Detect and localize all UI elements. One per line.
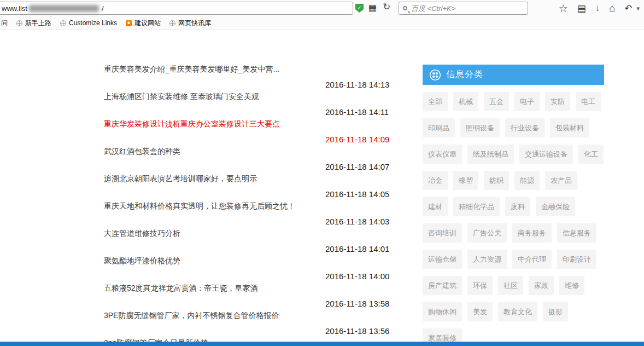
category-button[interactable]: 仪表仪器 — [423, 145, 462, 164]
bookmark-item[interactable]: Customize Links — [60, 19, 117, 27]
article-title-link[interactable]: 重庆华发装修设计浅析重庆办公室装修设计三大要点 — [104, 119, 280, 129]
article-row: 重庆华发装修设计浅析重庆办公室装修设计三大要点 2016-11-18 14:09 — [104, 116, 410, 143]
category-button[interactable]: 购物休闲 — [423, 302, 462, 321]
sidebar-header: 信息分类 — [423, 65, 604, 85]
browser-toolbar: www.list / ✓ ▦ ↻ ☆ ▤ ↓ ⌂ ↶ ▾ — [0, 0, 644, 16]
category-button[interactable]: 电工 — [576, 92, 601, 111]
category-button[interactable]: 咨询培训 — [423, 223, 462, 243]
url-redaction-blur — [29, 5, 99, 12]
sidebar-title: 信息分类 — [446, 69, 483, 80]
category-button[interactable]: 能源 — [514, 171, 540, 190]
category-button[interactable]: 橡塑 — [453, 171, 478, 190]
article-timestamp: 2016-11-18 14:05 — [325, 189, 389, 199]
home-icon[interactable]: ⌂ — [609, 3, 615, 14]
qr-code-icon[interactable]: ▦ — [368, 3, 377, 12]
search-input[interactable] — [411, 4, 515, 13]
bookmark-item[interactable]: 新手上路 — [16, 19, 51, 28]
article-timestamp: 2016-11-18 14:11 — [325, 107, 389, 117]
bookmark-label: Customize Links — [69, 19, 117, 27]
article-timestamp: 2016-11-18 14:00 — [325, 272, 389, 281]
category-button[interactable]: 信息服务 — [557, 223, 596, 243]
category-button[interactable]: 纸及纸制品 — [467, 145, 514, 164]
category-button[interactable]: 精细化学品 — [453, 197, 500, 216]
article-row: 聚氨酯地坪漆价格优势 2016-11-18 14:00 — [104, 253, 410, 280]
category-grid: 全部 机械 五金 电子 安防 电工 印刷品 照明设备 行业设备 包装材料 仪表仪… — [423, 92, 604, 346]
article-title-link[interactable]: 3PE防腐无缝钢管厂家，内衬不锈钢复合管价格报价 — [104, 311, 279, 321]
bookmark-label: 问 — [1, 19, 8, 28]
article-title-link[interactable]: 五粮液52度真龙祥龙富贵酒：帝王瓷，皇家酒 — [104, 284, 258, 293]
category-button[interactable]: 广告公关 — [467, 223, 507, 243]
category-button[interactable]: 运输仓储 — [423, 250, 462, 269]
reading-list-icon[interactable]: ▤ — [577, 3, 586, 14]
category-button[interactable]: 电子 — [514, 92, 540, 111]
bookmarks-bar: 问 新手上路 Customize Links 建议网站 网页快讯库 — [0, 16, 644, 30]
article-list: 重庆美容美发介绍_重庆美容美发哪里好_美发中营... 2016-11-18 14… — [104, 61, 410, 346]
category-button[interactable]: 五金 — [484, 92, 509, 111]
category-button[interactable]: 维修 — [559, 276, 584, 295]
article-timestamp: 2016-11-18 14:03 — [325, 217, 389, 226]
category-sidebar: 信息分类 全部 机械 五金 电子 安防 电工 印刷品 照明设备 行业设备 包装材… — [423, 65, 604, 346]
category-button[interactable]: 包装材料 — [550, 118, 589, 137]
category-button[interactable]: 商务服务 — [512, 223, 552, 243]
category-button[interactable]: 美发 — [467, 302, 493, 321]
article-title-link[interactable]: 重庆美容美发介绍_重庆美容美发哪里好_美发中营... — [104, 65, 279, 74]
bookmark-item[interactable]: 建议网站 — [126, 19, 161, 28]
default-favicon-icon — [169, 20, 175, 26]
category-button[interactable]: 冶金 — [423, 171, 448, 190]
category-button[interactable]: 中介代理 — [512, 250, 552, 269]
article-title-link[interactable]: 聚氨酯地坪漆价格优势 — [104, 256, 180, 266]
article-title-link[interactable]: 大连管道维修技巧分析 — [104, 229, 180, 239]
article-row: 追溯北京朝阳表演艺考培训哪家好，要点明示 2016-11-18 14:05 — [104, 171, 410, 198]
suggested-sites-icon — [126, 20, 132, 26]
article-timestamp: 2016-11-18 14:09 — [325, 135, 389, 144]
article-title-link[interactable]: 上海杨浦区门禁安装维修 至泰玻璃门安全美观 — [104, 92, 259, 102]
article-title-link[interactable]: 武汉红酒包装盒的种类 — [104, 147, 180, 157]
category-button[interactable]: 教育文化 — [498, 302, 537, 321]
article-row: 重庆天地和材料价格真实透明，让您装修再无后顾之忧！ 2016-11-18 14:… — [104, 198, 410, 226]
downloads-icon[interactable]: ↓ — [595, 3, 600, 14]
bookmark-star-icon[interactable]: ☆ — [559, 2, 568, 15]
url-text: www.list — [2, 4, 27, 13]
category-button[interactable]: 化工 — [578, 145, 604, 164]
category-button[interactable]: 行业设备 — [505, 118, 545, 137]
history-back-icon[interactable]: ↶ — [624, 3, 632, 14]
category-button[interactable]: 安防 — [545, 92, 570, 111]
category-button[interactable]: 摄影 — [543, 302, 568, 321]
category-button[interactable]: 纺织 — [484, 171, 509, 190]
footer-strip — [0, 342, 644, 346]
bookmark-item[interactable]: 网页快讯库 — [169, 19, 211, 28]
category-button[interactable]: 废料 — [505, 197, 530, 216]
category-button[interactable]: 农产品 — [545, 171, 577, 190]
browser-search-box[interactable] — [399, 2, 528, 15]
category-button[interactable]: 房产建筑 — [423, 276, 462, 295]
category-button[interactable]: 照明设备 — [460, 118, 500, 137]
article-timestamp: 2016-11-18 14:13 — [325, 80, 389, 89]
article-row: 3PE防腐无缝钢管厂家，内衬不锈钢复合管价格报价 2016-11-18 13:5… — [104, 308, 410, 335]
category-button[interactable]: 建材 — [423, 197, 448, 216]
category-grid-icon — [429, 69, 441, 81]
article-row: 武汉红酒包装盒的种类 2016-11-18 14:07 — [104, 143, 410, 171]
default-favicon-icon — [16, 20, 22, 26]
article-title-link[interactable]: 追溯北京朝阳表演艺考培训哪家好，要点明示 — [104, 174, 257, 184]
category-button[interactable]: 全部 — [423, 92, 448, 111]
refresh-icon[interactable]: ↻ — [383, 2, 390, 11]
category-button[interactable]: 印刷品 — [423, 118, 455, 137]
search-icon — [403, 6, 407, 10]
bookmark-item-cut[interactable]: 问 — [1, 19, 8, 28]
security-shield-icon[interactable]: ✓ — [355, 4, 364, 13]
article-timestamp: 2016-11-18 13:58 — [325, 299, 389, 308]
bookmark-label: 建议网站 — [134, 19, 161, 28]
article-row: 五粮液52度真龙祥龙富贵酒：帝王瓷，皇家酒 2016-11-18 13:58 — [104, 280, 410, 308]
article-timestamp: 2016-11-18 14:01 — [325, 244, 389, 253]
category-button[interactable]: 社区 — [498, 276, 523, 295]
category-button[interactable]: 机械 — [453, 92, 478, 111]
category-button[interactable]: 交通运输设备 — [519, 145, 573, 164]
chevron-down-icon[interactable]: ▾ — [636, 5, 640, 12]
category-button[interactable]: 家政 — [529, 276, 554, 295]
category-button[interactable]: 环保 — [467, 276, 493, 295]
category-button[interactable]: 人力资源 — [467, 250, 507, 269]
article-title-link[interactable]: 重庆天地和材料价格真实透明，让您装修再无后顾之忧！ — [104, 201, 295, 211]
category-button[interactable]: 金融保险 — [536, 197, 575, 216]
category-button[interactable]: 印刷设计 — [557, 250, 596, 269]
address-bar[interactable]: www.list / — [0, 2, 353, 15]
